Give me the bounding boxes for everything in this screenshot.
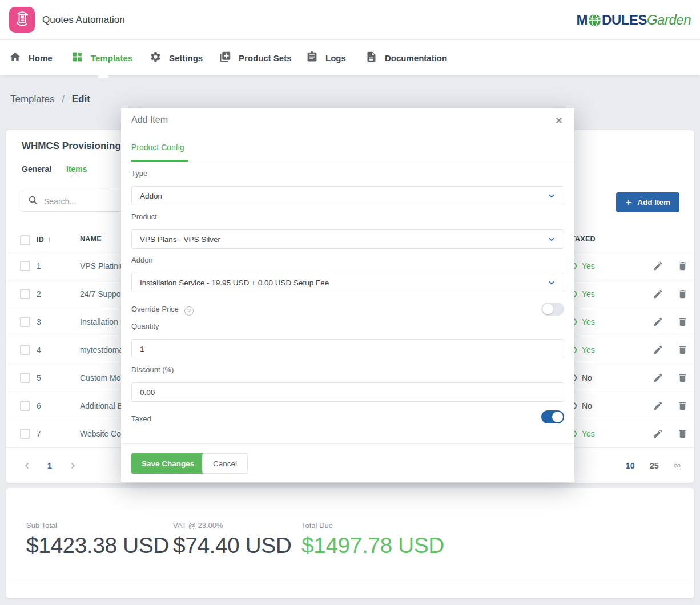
- product-label: Product: [131, 212, 157, 221]
- edit-icon[interactable]: [653, 317, 663, 328]
- screen: Quotes Automation M DULES Garden Home: [0, 0, 700, 605]
- page-size-25[interactable]: 25: [650, 461, 659, 470]
- cell-taxed: No: [582, 373, 592, 382]
- delete-icon[interactable]: [677, 345, 688, 356]
- addon-select[interactable]: Installation Service - 19.95 USD + 0.00 …: [131, 273, 564, 292]
- prev-page-icon[interactable]: [23, 461, 31, 470]
- app-logo: [9, 7, 35, 33]
- row-checkbox[interactable]: [20, 317, 30, 327]
- total-due-label: Total Due: [301, 521, 444, 530]
- row-checkbox[interactable]: [20, 345, 30, 355]
- nav-item-documentation[interactable]: Documentation: [365, 40, 447, 75]
- add-item-button[interactable]: + Add Item: [616, 192, 679, 212]
- select-all-checkbox[interactable]: [20, 235, 30, 245]
- next-page-icon[interactable]: [69, 461, 77, 470]
- cell-taxed: Yes: [582, 429, 595, 438]
- breadcrumb-templates[interactable]: Templates: [10, 94, 54, 104]
- discount-field-wrap: [131, 382, 564, 402]
- plus-icon: +: [625, 197, 631, 208]
- page-size-all-icon[interactable]: ∞: [674, 460, 681, 471]
- cell-taxed: No: [582, 401, 592, 410]
- help-icon: ?: [184, 306, 194, 316]
- quotes-calculator-icon: [13, 10, 31, 30]
- discount-field[interactable]: [132, 383, 564, 401]
- cell-id: 2: [37, 289, 41, 299]
- page-number[interactable]: 1: [47, 461, 52, 470]
- nav-item-logs[interactable]: Logs: [306, 40, 346, 75]
- cell-id: 5: [37, 373, 41, 382]
- brand-garden: Garden: [647, 12, 691, 28]
- taxed-label: Taxed: [131, 414, 151, 423]
- cell-id: 7: [37, 429, 41, 438]
- app-header: Quotes Automation M DULES Garden: [0, 0, 700, 40]
- type-label: Type: [131, 169, 147, 178]
- cell-id: 4: [37, 345, 41, 354]
- globe-icon: [588, 14, 601, 27]
- delete-icon[interactable]: [677, 373, 688, 384]
- brand-dules: DULES: [602, 12, 647, 28]
- edit-icon[interactable]: [653, 429, 663, 439]
- quantity-field-wrap: [131, 339, 564, 358]
- clipboard-icon: [306, 51, 318, 65]
- nav-item-settings[interactable]: Settings: [150, 40, 203, 75]
- type-select[interactable]: Addon: [131, 186, 564, 205]
- tab-product-config[interactable]: Product Config: [131, 143, 184, 152]
- column-header-id[interactable]: ID↑: [37, 235, 51, 244]
- cell-name: Custom Mod: [80, 373, 125, 382]
- cell-name: Additional Be: [80, 401, 127, 410]
- row-checkbox[interactable]: [20, 289, 30, 299]
- total-due: Total Due $1497.78 USD: [301, 521, 444, 558]
- row-checkbox[interactable]: [20, 261, 30, 271]
- chevron-down-icon: [548, 279, 556, 287]
- tab-general[interactable]: General: [22, 164, 51, 174]
- edit-icon[interactable]: [653, 261, 663, 272]
- cell-name: Website Con: [80, 429, 126, 438]
- cell-name: mytestdoma: [80, 345, 123, 354]
- active-nav-caret: [97, 71, 110, 78]
- cell-taxed: Yes: [582, 289, 595, 299]
- gear-icon: [150, 51, 162, 65]
- delete-icon[interactable]: [677, 317, 688, 328]
- product-select[interactable]: VPS Plans - VPS Silver: [131, 229, 564, 249]
- nav-item-home[interactable]: Home: [9, 40, 53, 75]
- breadcrumb: Templates / Edit: [10, 94, 90, 105]
- nav-item-templates[interactable]: Templates: [71, 40, 132, 75]
- breadcrumb-separator: /: [62, 94, 65, 104]
- page-size-10[interactable]: 10: [626, 461, 635, 470]
- cancel-button[interactable]: Cancel: [202, 453, 248, 474]
- column-header-taxed[interactable]: TAXED: [571, 235, 596, 243]
- tabs-divider: [121, 162, 574, 162]
- override-price-label: Override Price?: [131, 305, 194, 316]
- modal-title: Add Item: [131, 115, 168, 125]
- row-checkbox[interactable]: [20, 401, 30, 411]
- page-title: Quotes Automation: [42, 0, 125, 40]
- column-header-name[interactable]: NAME: [80, 235, 102, 243]
- edit-icon[interactable]: [653, 373, 663, 384]
- edit-icon[interactable]: [653, 401, 663, 412]
- row-checkbox[interactable]: [20, 373, 30, 383]
- row-checkbox[interactable]: [20, 429, 30, 439]
- close-icon[interactable]: ✕: [555, 115, 563, 127]
- tab-items[interactable]: Items: [66, 164, 87, 174]
- delete-icon[interactable]: [677, 261, 688, 272]
- totals-panel: Sub Total $1423.38 USD VAT @ 23.00% $74.…: [6, 488, 694, 598]
- edit-icon[interactable]: [653, 345, 663, 356]
- delete-icon[interactable]: [677, 401, 688, 412]
- override-price-toggle[interactable]: [541, 302, 564, 316]
- cell-id: 6: [37, 401, 41, 410]
- discount-label: Discount (%): [131, 365, 174, 374]
- edit-icon[interactable]: [653, 289, 663, 300]
- quantity-field[interactable]: [132, 340, 564, 358]
- active-tab-caret: [71, 172, 80, 182]
- sub-total-label: Sub Total: [26, 521, 169, 530]
- cell-id: 1: [37, 261, 41, 271]
- breadcrumb-edit: Edit: [72, 94, 90, 104]
- cell-name: 24/7 Suppor: [80, 289, 123, 299]
- delete-icon[interactable]: [677, 429, 688, 439]
- taxed-toggle[interactable]: [541, 410, 564, 424]
- save-changes-button[interactable]: Save Changes: [131, 453, 204, 474]
- quantity-label: Quantity: [131, 322, 159, 330]
- nav-item-product-sets[interactable]: Product Sets: [219, 40, 292, 75]
- delete-icon[interactable]: [677, 289, 688, 300]
- cell-taxed: Yes: [582, 345, 595, 354]
